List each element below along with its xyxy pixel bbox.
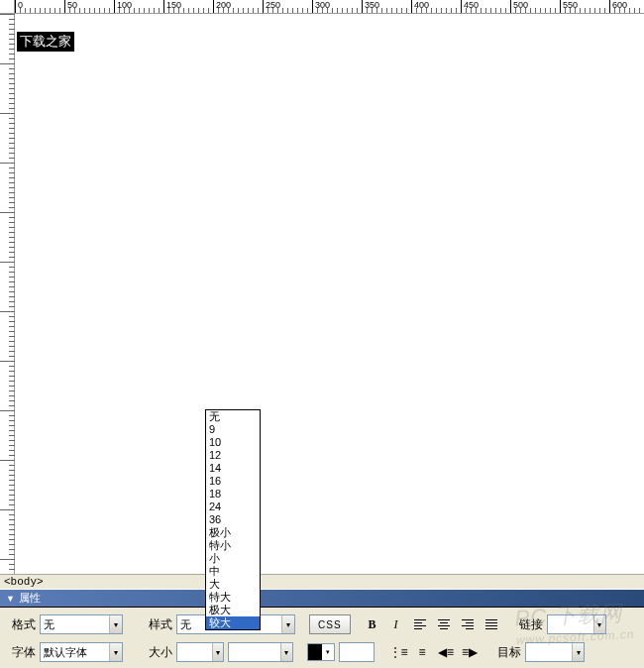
size-option[interactable]: 大 (206, 578, 260, 591)
horizontal-ruler: 050100150200250300350400450500550600 (15, 0, 644, 14)
size-input[interactable] (177, 646, 212, 658)
size-option[interactable]: 14 (206, 462, 260, 475)
size-option[interactable]: 9 (206, 423, 260, 436)
format-label: 格式 (8, 616, 36, 633)
link-input[interactable] (548, 618, 593, 630)
align-right-button[interactable] (458, 615, 478, 633)
size-option[interactable]: 10 (206, 436, 260, 449)
canvas-selected-text[interactable]: 下载之家 (17, 32, 74, 52)
list-ol-button[interactable]: ≡ (412, 643, 432, 661)
size-option[interactable]: 特大 (206, 591, 260, 604)
target-input[interactable] (526, 646, 572, 658)
size-unit-select[interactable]: ▾ (228, 642, 293, 662)
font-select[interactable]: ▾ (40, 642, 123, 662)
bold-button[interactable]: B (363, 615, 382, 633)
link-select[interactable]: ▾ (547, 614, 606, 634)
size-option[interactable]: 24 (206, 501, 260, 513)
link-label: 链接 (517, 616, 543, 633)
css-button[interactable]: CSS (309, 614, 351, 634)
font-label: 字体 (8, 644, 36, 661)
outdent-button[interactable]: ◀≡ (436, 643, 456, 661)
chevron-down-icon[interactable]: ▾ (212, 643, 223, 661)
size-option[interactable]: 12 (206, 449, 260, 462)
size-dropdown-list[interactable]: 无910121416182436极小特小小中大特大极大较大 (205, 409, 261, 630)
collapse-arrow-icon: ▼ (6, 594, 15, 604)
chevron-down-icon[interactable]: ▾ (593, 615, 605, 633)
size-label: 大小 (145, 644, 172, 661)
format-input[interactable] (41, 618, 109, 630)
align-center-button[interactable] (434, 615, 454, 633)
chevron-down-icon[interactable]: ▾ (572, 643, 584, 661)
italic-button[interactable]: I (386, 615, 406, 633)
target-select[interactable]: ▾ (525, 642, 585, 662)
size-option[interactable]: 极小 (206, 526, 260, 539)
size-option[interactable]: 特小 (206, 539, 260, 552)
color-box-icon (308, 644, 322, 660)
style-label: 样式 (145, 616, 172, 633)
align-left-button[interactable] (410, 615, 430, 633)
size-option[interactable]: 36 (206, 513, 260, 526)
size-option[interactable]: 较大 (206, 616, 260, 629)
chevron-down-icon[interactable]: ▾ (281, 615, 294, 633)
chevron-down-icon: ▾ (322, 644, 334, 660)
size-option[interactable]: 小 (206, 552, 260, 565)
panel-title: 属性 (19, 591, 41, 606)
text-color-swatch[interactable]: ▾ (307, 643, 335, 661)
ruler-corner (0, 0, 15, 14)
size-option[interactable]: 18 (206, 488, 260, 501)
panel-header[interactable]: ▼ 属性 (0, 590, 644, 608)
font-input[interactable] (41, 646, 109, 658)
size-option[interactable]: 中 (206, 565, 260, 578)
color-hex-input[interactable] (339, 642, 375, 662)
size-option[interactable]: 无 (206, 410, 260, 423)
list-ul-button[interactable]: ⋮≡ (388, 643, 408, 661)
chevron-down-icon[interactable]: ▾ (109, 615, 122, 633)
design-canvas[interactable]: 下载之家 (15, 14, 644, 574)
indent-button[interactable]: ≡▶ (460, 643, 480, 661)
size-option[interactable]: 极大 (206, 604, 260, 616)
properties-panel: ▼ 属性 格式 ▾ 样式 ▾ CSS B I 链接 (0, 589, 644, 668)
color-input[interactable] (340, 646, 374, 658)
format-select[interactable]: ▾ (40, 614, 123, 634)
target-label: 目标 (495, 644, 521, 661)
align-justify-button[interactable] (482, 615, 501, 633)
chevron-down-icon[interactable]: ▾ (280, 643, 292, 661)
vertical-ruler (0, 14, 15, 574)
size-unit-input[interactable] (229, 646, 280, 658)
chevron-down-icon[interactable]: ▾ (109, 643, 122, 661)
tag-selector-bar[interactable]: <body> (0, 574, 644, 589)
size-option[interactable]: 16 (206, 475, 260, 488)
size-select[interactable]: ▾ (176, 642, 224, 662)
